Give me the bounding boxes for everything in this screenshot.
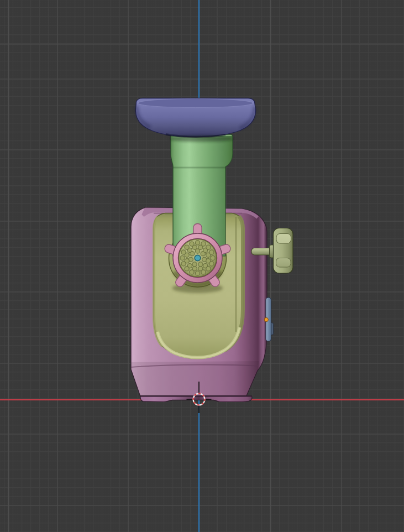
cursor-3d [0, 0, 404, 532]
3d-viewport[interactable] [0, 0, 404, 532]
